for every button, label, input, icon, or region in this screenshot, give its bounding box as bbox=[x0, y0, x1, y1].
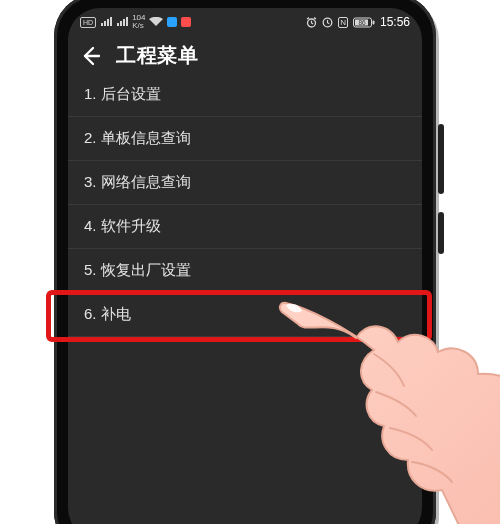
back-button[interactable] bbox=[78, 44, 102, 68]
status-bar: HD 104 K/s bbox=[68, 8, 422, 32]
power-button bbox=[438, 212, 444, 254]
app-icon bbox=[181, 17, 191, 27]
volume-button bbox=[438, 124, 444, 194]
nfc-icon: N bbox=[338, 17, 348, 28]
menu-item-label: 6. 补电 bbox=[84, 305, 131, 322]
menu-item-label: 4. 软件升级 bbox=[84, 217, 161, 234]
menu-item-board-info[interactable]: 2. 单板信息查询 bbox=[68, 117, 422, 161]
menu-item-recharge[interactable]: 6. 补电 bbox=[68, 293, 422, 337]
phone-frame: HD 104 K/s bbox=[54, 0, 436, 524]
message-icon bbox=[167, 17, 177, 27]
back-arrow-icon bbox=[79, 45, 101, 67]
status-time: 15:56 bbox=[380, 15, 410, 29]
page-title: 工程菜单 bbox=[116, 42, 198, 69]
svg-rect-4 bbox=[372, 20, 374, 24]
status-left: HD 104 K/s bbox=[80, 14, 191, 30]
status-right: N 86 15:56 bbox=[306, 15, 410, 29]
menu-list: 1. 后台设置 2. 单板信息查询 3. 网络信息查询 4. 软件升级 5. 恢… bbox=[68, 77, 422, 337]
svg-text:86: 86 bbox=[358, 19, 366, 26]
menu-item-network-info[interactable]: 3. 网络信息查询 bbox=[68, 161, 422, 205]
menu-item-software-upgrade[interactable]: 4. 软件升级 bbox=[68, 205, 422, 249]
net-unit: K/s bbox=[132, 21, 144, 30]
title-bar: 工程菜单 bbox=[68, 32, 422, 77]
battery-icon: 86 bbox=[353, 17, 375, 28]
hd-indicator-icon: HD bbox=[80, 17, 96, 28]
net-speed: 104 K/s bbox=[132, 14, 145, 30]
menu-item-label: 3. 网络信息查询 bbox=[84, 173, 191, 190]
menu-item-label: 5. 恢复出厂设置 bbox=[84, 261, 191, 278]
menu-item-label: 1. 后台设置 bbox=[84, 85, 161, 102]
alarm-icon bbox=[306, 17, 317, 28]
clock-icon bbox=[322, 17, 333, 28]
wifi-icon bbox=[149, 17, 163, 27]
signal-icon bbox=[116, 17, 128, 27]
menu-item-backend-settings[interactable]: 1. 后台设置 bbox=[68, 77, 422, 117]
menu-item-factory-reset[interactable]: 5. 恢复出厂设置 bbox=[68, 249, 422, 293]
screen: HD 104 K/s bbox=[68, 8, 422, 524]
signal-icon bbox=[100, 17, 112, 27]
menu-item-label: 2. 单板信息查询 bbox=[84, 129, 191, 146]
